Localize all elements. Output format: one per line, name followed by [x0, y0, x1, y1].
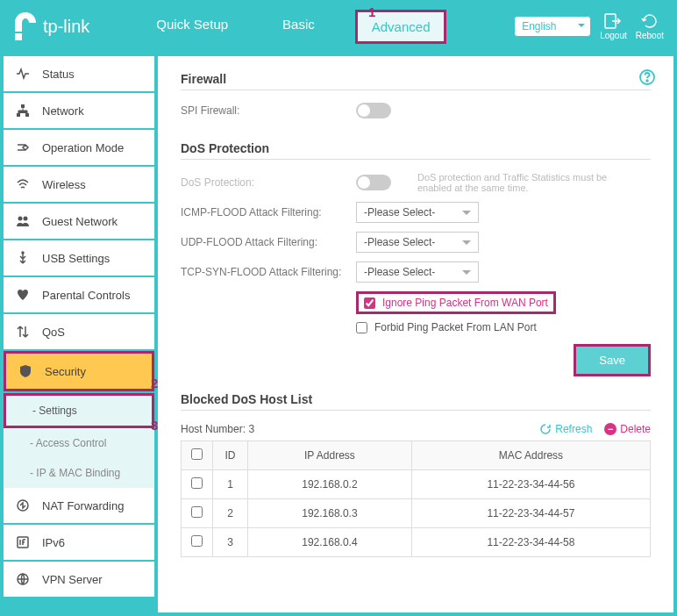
sidebar-label: IPv6 — [42, 536, 65, 549]
table-row: 1192.168.0.211-22-23-34-44-56 — [182, 470, 651, 499]
logo: tp-link — [13, 12, 89, 40]
mode-icon — [16, 140, 30, 154]
icmp-select[interactable]: -Please Select- — [356, 202, 479, 223]
divider — [181, 159, 651, 160]
refresh-icon — [539, 423, 552, 435]
svg-rect-3 — [25, 113, 29, 117]
header: tp-link Quick Setup Basic Advanced Engli… — [0, 0, 677, 53]
brand-text: tp-link — [43, 17, 89, 37]
forbid-lan-checkbox[interactable] — [356, 322, 367, 333]
annotation-1: 1 — [368, 4, 375, 19]
sidebar-label: NAT Forwarding — [42, 499, 124, 512]
sidebar-item-nat-forwarding[interactable]: NAT Forwarding — [4, 488, 154, 523]
heart-icon — [16, 288, 30, 302]
tp-link-logo-icon — [13, 12, 38, 40]
row-checkbox[interactable] — [191, 477, 203, 489]
table-row: 3192.168.0.411-22-23-34-44-58 — [182, 528, 651, 557]
qos-icon — [16, 325, 30, 339]
reboot-label: Reboot — [636, 31, 664, 40]
sidebar-label: Security — [45, 365, 86, 378]
ignore-wan-checkbox[interactable] — [364, 297, 375, 309]
nav-tabs: Quick Setup Basic Advanced — [142, 10, 446, 44]
delete-button[interactable]: − Delete — [604, 423, 651, 435]
sidebar-item-guest-network[interactable]: Guest Network — [4, 204, 154, 239]
host-number-label: Host Number: — [181, 423, 246, 435]
spi-firewall-label: SPI Firewall: — [181, 104, 356, 117]
blocked-hosts-table: ID IP Address MAC Address 1192.168.0.211… — [181, 441, 651, 557]
delete-icon: − — [604, 423, 616, 435]
udp-label: UDP-FLOOD Attack Filtering: — [181, 236, 356, 248]
sidebar-label: QoS — [42, 326, 65, 339]
submenu-settings[interactable]: Settings — [4, 393, 154, 428]
tcp-select[interactable]: -Please Select- — [356, 261, 479, 283]
divider — [181, 410, 651, 411]
logout-icon — [604, 13, 622, 29]
help-icon — [638, 68, 656, 86]
reboot-button[interactable]: Reboot — [636, 13, 664, 40]
svg-point-11 — [646, 80, 648, 82]
reboot-icon — [641, 13, 659, 29]
logout-label: Logout — [600, 31, 627, 40]
ignore-wan-label: Ignore Ping Packet From WAN Port — [382, 297, 548, 309]
sidebar-label: Status — [42, 68, 75, 81]
help-button[interactable] — [638, 68, 656, 89]
nat-icon — [16, 498, 30, 512]
pulse-icon — [16, 67, 30, 81]
cell-mac: 11-22-23-34-44-57 — [411, 499, 650, 528]
refresh-button[interactable]: Refresh — [539, 423, 592, 435]
dos-protection-toggle[interactable] — [356, 175, 391, 190]
spi-firewall-toggle[interactable] — [356, 103, 391, 118]
sidebar-label: Operation Mode — [42, 141, 124, 154]
logout-button[interactable]: Logout — [600, 13, 627, 40]
language-select[interactable]: English — [514, 16, 591, 37]
dos-title: DoS Protection — [181, 141, 651, 155]
sidebar-item-network[interactable]: Network — [4, 93, 154, 128]
svg-rect-2 — [17, 113, 20, 117]
sidebar-label: Network — [42, 104, 84, 118]
cell-id: 1 — [213, 470, 248, 499]
tcp-label: TCP-SYN-FLOOD Attack Filtering: — [181, 266, 356, 278]
sidebar-item-vpn-server[interactable]: VPN Server — [4, 562, 154, 597]
sidebar-label: USB Settings — [42, 252, 110, 265]
sidebar-item-qos[interactable]: QoS — [4, 314, 154, 349]
sidebar-item-security[interactable]: Security — [4, 351, 154, 391]
delete-label: Delete — [620, 423, 651, 435]
tab-basic[interactable]: Basic — [268, 10, 329, 44]
udp-select[interactable]: -Please Select- — [356, 232, 479, 253]
svg-point-5 — [24, 217, 28, 221]
sidebar-item-usb-settings[interactable]: USB Settings — [4, 240, 154, 276]
guest-icon — [16, 214, 30, 228]
select-all-checkbox[interactable] — [191, 448, 203, 460]
sidebar: Status Network Operation Mode Wireless G… — [0, 53, 158, 616]
row-checkbox[interactable] — [191, 506, 203, 518]
blocked-title: Blocked DoS Host List — [181, 392, 651, 406]
usb-icon — [16, 251, 30, 265]
save-button[interactable]: Save — [574, 344, 651, 376]
icmp-label: ICMP-FLOOD Attack Filtering: — [181, 206, 356, 218]
sidebar-label: VPN Server — [42, 573, 103, 586]
sidebar-label: Wireless — [42, 178, 86, 191]
col-ip: IP Address — [248, 441, 412, 470]
cell-mac: 11-22-23-34-44-58 — [411, 528, 650, 557]
sidebar-item-wireless[interactable]: Wireless — [4, 167, 154, 202]
submenu-ip-mac-binding[interactable]: IP & MAC Binding — [4, 458, 154, 488]
sidebar-label: Parental Controls — [42, 289, 130, 302]
sidebar-item-status[interactable]: Status — [4, 56, 154, 91]
forbid-lan-row[interactable]: Forbid Ping Packet From LAN Port — [356, 321, 651, 333]
cell-ip: 192.168.0.2 — [248, 470, 412, 499]
col-mac: MAC Address — [411, 441, 650, 470]
sidebar-item-ipv6[interactable]: IPv6 — [4, 525, 154, 560]
refresh-label: Refresh — [555, 423, 592, 435]
ipv6-icon — [16, 535, 30, 549]
sidebar-item-operation-mode[interactable]: Operation Mode — [4, 130, 154, 165]
header-right: English Logout Reboot — [514, 13, 664, 40]
ignore-wan-row[interactable]: Ignore Ping Packet From WAN Port — [356, 291, 556, 314]
sidebar-item-parental-controls[interactable]: Parental Controls — [4, 277, 154, 312]
wireless-icon — [16, 177, 30, 191]
submenu-access-control[interactable]: Access Control — [4, 428, 154, 458]
tab-quick-setup[interactable]: Quick Setup — [142, 10, 242, 44]
vpn-icon — [16, 572, 30, 586]
cell-ip: 192.168.0.3 — [248, 499, 412, 528]
cell-id: 3 — [213, 528, 248, 557]
row-checkbox[interactable] — [191, 535, 203, 547]
